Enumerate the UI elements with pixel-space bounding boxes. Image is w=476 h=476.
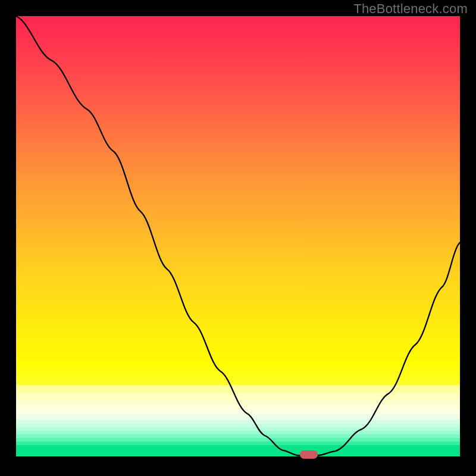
color-band [16, 408, 460, 412]
color-band [16, 412, 460, 416]
optimal-marker [300, 450, 318, 459]
color-band [16, 398, 460, 403]
gradient-backdrop [16, 16, 460, 385]
color-band [16, 445, 460, 456]
color-band [16, 403, 460, 408]
color-band [16, 385, 460, 392]
chart-frame: TheBottleneck.com [0, 0, 476, 476]
watermark-text: TheBottleneck.com [353, 1, 468, 17]
color-band [16, 392, 460, 398]
green-band-area [16, 385, 460, 460]
plot-area [16, 16, 460, 460]
